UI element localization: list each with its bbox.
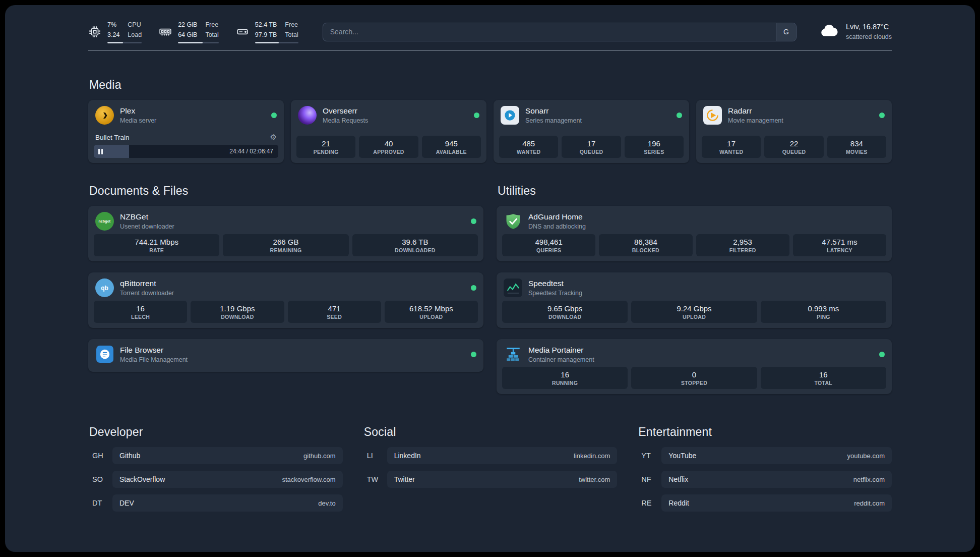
stat-queued: 17QUEUED <box>562 136 621 158</box>
service-name: Overseerr <box>323 106 368 117</box>
service-name: Plex <box>120 106 156 117</box>
service-stats: 16LEECH1.19 GbpsDOWNLOAD471SEED618.52 Mb… <box>94 301 478 323</box>
stat-stopped: 0STOPPED <box>631 367 757 389</box>
dashboard-frame: 7% 3.24 CPU Load <box>5 5 975 552</box>
bookmark-link[interactable]: StackOverflowstackoverflow.com <box>112 471 343 488</box>
middle-columns: Documents & Files nzbgetNZBGetUsenet dow… <box>88 184 892 394</box>
stat-value: 22 <box>766 139 821 148</box>
bookmark-group-entertainment: EntertainmentYTYouTubeyoutube.comNFNetfl… <box>637 425 892 518</box>
stat-latency: 47.571 msLATENCY <box>793 234 886 256</box>
service-subtitle: Torrent downloader <box>120 289 174 298</box>
bookmark-dev[interactable]: DTDEVdev.to <box>88 494 343 512</box>
stat-downloaded: 39.6 TBDOWNLOADED <box>352 234 478 256</box>
service-card-qbittorrent[interactable]: qbqBittorrentTorrent downloader16LEECH1.… <box>88 272 483 328</box>
service-header: AdGuard HomeDNS and adblocking <box>502 211 886 234</box>
stat-blocked: 86,384BLOCKED <box>599 234 692 256</box>
stat-label: STOPPED <box>633 380 755 386</box>
service-card-plex[interactable]: PlexMedia serverBullet Train⚙24:44 / 02:… <box>88 100 284 163</box>
service-header: SonarrSeries management <box>499 105 684 128</box>
stat-value: 40 <box>361 139 416 148</box>
bookmark-abbr: DT <box>88 499 112 507</box>
pause-icon[interactable] <box>98 149 103 154</box>
service-card-speedtest[interactable]: SpeedtestSpeedtest Tracking9.65 GbpsDOWN… <box>497 272 892 328</box>
memory-free-value: 22 GiB <box>178 20 197 30</box>
service-card-media-portainer[interactable]: Media PortainerContainer management16RUN… <box>497 339 892 395</box>
gear-icon[interactable]: ⚙ <box>270 133 277 142</box>
stat-available: 945AVAILABLE <box>422 136 481 158</box>
section-utilities: Utilities AdGuard HomeDNS and adblocking… <box>497 184 892 394</box>
search-bar[interactable]: G <box>323 23 797 41</box>
stat-value: 485 <box>501 139 556 148</box>
bookmark-youtube[interactable]: YTYouTubeyoutube.com <box>637 447 892 464</box>
service-stats: 17WANTED22QUEUED834MOVIES <box>702 136 886 158</box>
bookmark-link[interactable]: YouTubeyoutube.com <box>661 447 892 464</box>
status-dot <box>271 113 277 118</box>
stat-label: PING <box>763 314 884 320</box>
service-card-overseerr[interactable]: OverseerrMedia Requests21PENDING40APPROV… <box>291 100 486 163</box>
stat-pending: 21PENDING <box>296 136 355 158</box>
radarr-icon <box>703 106 722 125</box>
bookmark-stackoverflow[interactable]: SOStackOverflowstackoverflow.com <box>88 471 343 488</box>
stat-value: 2,953 <box>698 238 787 246</box>
stat-value: 17 <box>564 139 619 148</box>
service-card-nzbget[interactable]: nzbgetNZBGetUsenet downloader744.21 Mbps… <box>88 206 483 261</box>
service-card-sonarr[interactable]: SonarrSeries management485WANTED17QUEUED… <box>494 100 689 163</box>
bookmark-linkedin[interactable]: LILinkedInlinkedin.com <box>363 447 618 464</box>
stat-label: PENDING <box>298 149 353 155</box>
stat-ping: 0.993 msPING <box>761 301 886 323</box>
stat-label: UPLOAD <box>633 314 755 320</box>
stat-label: FILTERED <box>698 247 787 253</box>
disk-total-value: 97.9 TB <box>255 30 277 40</box>
status-dot <box>471 352 476 357</box>
bookmark-twitter[interactable]: TWTwittertwitter.com <box>363 471 618 488</box>
stat-value: 9.24 Gbps <box>633 304 755 313</box>
bookmark-github[interactable]: GHGithubgithub.com <box>88 447 343 464</box>
memory-total-value: 64 GiB <box>178 30 197 40</box>
stat-queued: 22QUEUED <box>764 136 823 158</box>
bookmark-link[interactable]: Twittertwitter.com <box>387 471 618 488</box>
service-subtitle: Series management <box>525 117 582 125</box>
bookmark-link[interactable]: Githubgithub.com <box>112 447 343 464</box>
service-subtitle: Movie management <box>728 117 783 125</box>
bookmark-link[interactable]: Netflixnetflix.com <box>661 471 892 488</box>
bookmark-link[interactable]: Redditreddit.com <box>661 494 892 512</box>
stat-value: 39.6 TB <box>354 238 476 246</box>
stat-label: SEED <box>290 314 379 320</box>
media-cards: PlexMedia serverBullet Train⚙24:44 / 02:… <box>88 100 892 163</box>
bookmark-link[interactable]: DEVdev.to <box>112 494 343 512</box>
bookmark-netflix[interactable]: NFNetflixnetflix.com <box>637 471 892 488</box>
service-name: NZBGet <box>120 212 174 222</box>
bookmark-reddit[interactable]: RERedditreddit.com <box>637 494 892 512</box>
stat-label: QUERIES <box>504 247 593 253</box>
search-provider-button[interactable]: G <box>776 23 796 41</box>
stat-label: AVAILABLE <box>424 149 479 155</box>
section-documents-files: Documents & Files nzbgetNZBGetUsenet dow… <box>88 184 483 394</box>
stat-download: 9.65 GbpsDOWNLOAD <box>502 301 628 323</box>
playback-progress-bar[interactable]: 24:44 / 02:06:47 <box>94 145 278 158</box>
group-title-media: Media <box>89 78 892 92</box>
search-input[interactable] <box>323 23 776 41</box>
memory-total-label: Total <box>205 30 218 40</box>
stat-label: DOWNLOAD <box>193 314 282 320</box>
stat-approved: 40APPROVED <box>359 136 418 158</box>
memory-free-label: Free <box>205 20 218 30</box>
cpu-percent: 7% <box>107 20 119 30</box>
cloud-icon <box>819 20 840 43</box>
stat-label: TOTAL <box>763 380 884 386</box>
stat-value: 0 <box>633 370 755 379</box>
service-card-radarr[interactable]: RadarrMovie management17WANTED22QUEUED83… <box>696 100 892 163</box>
cpu-widget: 7% 3.24 CPU Load <box>88 20 142 43</box>
service-header: PlexMedia server <box>94 105 278 128</box>
service-card-file-browser[interactable]: File BrowserMedia File Management <box>88 339 483 372</box>
service-card-adguard-home[interactable]: AdGuard HomeDNS and adblocking498,461QUE… <box>497 206 892 261</box>
disk-free-value: 52.4 TB <box>255 20 277 30</box>
filebrowser-icon <box>95 345 114 364</box>
stat-value: 744.21 Mbps <box>96 238 217 246</box>
service-header: nzbgetNZBGetUsenet downloader <box>94 211 478 234</box>
stat-label: APPROVED <box>361 149 416 155</box>
bookmark-link[interactable]: LinkedInlinkedin.com <box>387 447 618 464</box>
status-dot <box>471 285 476 291</box>
stat-running: 16RUNNING <box>502 367 628 389</box>
stat-value: 196 <box>627 139 682 148</box>
stat-value: 471 <box>290 304 379 313</box>
